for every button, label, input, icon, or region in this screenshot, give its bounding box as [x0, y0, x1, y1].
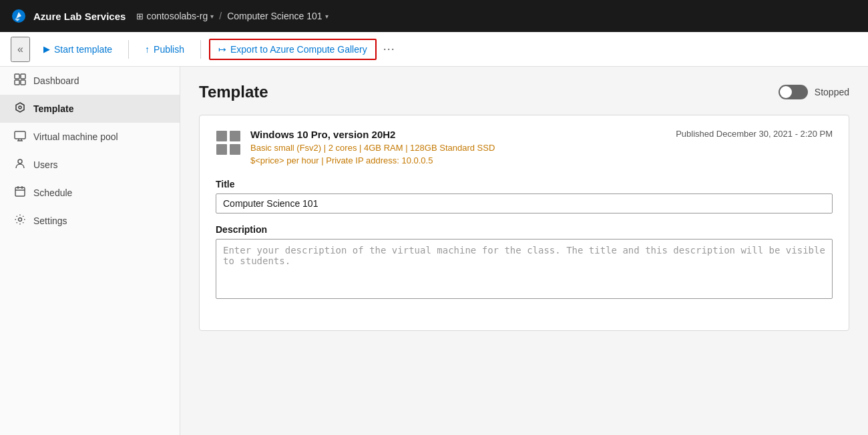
export-button-wrapper: ↦ Export to Azure Compute Gallery: [209, 39, 377, 60]
more-button[interactable]: ···: [377, 38, 402, 60]
vm-pool-icon: [13, 129, 27, 144]
page-header: Template Stopped: [199, 83, 849, 101]
main-layout: Dashboard Template Virtual machine poo: [0, 67, 868, 435]
sidebar-item-schedule[interactable]: Schedule: [0, 179, 180, 207]
description-textarea[interactable]: [216, 239, 833, 299]
svg-rect-2: [21, 74, 25, 79]
toggle-knob: [780, 86, 792, 98]
svg-rect-3: [15, 80, 19, 85]
breadcrumb-rg[interactable]: ⊞ contosolabs-rg ▾: [136, 11, 214, 21]
vm-details: Windows 10 Pro, version 20H2 Basic small…: [250, 129, 495, 165]
azure-logo-icon: [11, 8, 27, 24]
schedule-icon: [13, 185, 27, 200]
sidebar-item-users[interactable]: Users: [0, 151, 180, 179]
dashboard-icon: [13, 73, 27, 88]
template-label: Template: [33, 103, 73, 114]
vm-info-left: Windows 10 Pro, version 20H2 Basic small…: [216, 129, 495, 165]
sidebar-item-vm-pool[interactable]: Virtual machine pool: [0, 123, 180, 151]
app-title: Azure Lab Services: [33, 11, 126, 22]
windows-logo-icon: [216, 130, 241, 155]
page-title: Template: [199, 83, 268, 101]
description-label: Description: [216, 224, 833, 235]
export-button[interactable]: ↦ Export to Azure Compute Gallery: [210, 40, 375, 59]
collapse-button[interactable]: «: [11, 37, 30, 62]
divider-1: [128, 40, 129, 59]
logo-area: Azure Lab Services: [11, 8, 126, 24]
svg-rect-16: [216, 131, 227, 141]
svg-point-5: [19, 106, 21, 109]
svg-rect-19: [230, 144, 240, 155]
lab-chevron: ▾: [325, 13, 329, 20]
breadcrumb-lab[interactable]: Computer Science 101 ▾: [227, 11, 328, 21]
rg-chevron: ▾: [210, 13, 214, 20]
users-label: Users: [33, 159, 58, 170]
publish-button[interactable]: ↑ Publish: [137, 40, 192, 59]
title-label: Title: [216, 179, 833, 189]
start-template-button[interactable]: ▶ Start template: [35, 40, 120, 59]
vm-info-row: Windows 10 Pro, version 20H2 Basic small…: [216, 129, 833, 165]
svg-point-10: [18, 159, 22, 163]
svg-rect-4: [21, 80, 25, 85]
svg-rect-17: [230, 131, 240, 141]
svg-point-15: [19, 218, 22, 222]
vm-price: $<price> per hour | Private IP address: …: [250, 155, 495, 165]
breadcrumb-separator: /: [219, 11, 222, 21]
settings-icon: [13, 213, 27, 228]
svg-rect-1: [15, 74, 19, 79]
schedule-label: Schedule: [33, 187, 72, 198]
divider-2: [200, 40, 201, 59]
publish-icon: ↑: [145, 44, 150, 55]
main-content: Template Stopped: [180, 67, 868, 435]
sidebar-item-settings[interactable]: Settings: [0, 207, 180, 235]
vm-card: Windows 10 Pro, version 20H2 Basic small…: [199, 115, 849, 331]
template-icon: [13, 101, 27, 116]
export-icon: ↦: [218, 44, 226, 55]
svg-rect-6: [15, 131, 25, 139]
vm-pool-label: Virtual machine pool: [33, 131, 118, 142]
vm-spec: Basic small (Fsv2) | 2 cores | 4GB RAM |…: [250, 143, 495, 153]
settings-label: Settings: [33, 215, 67, 226]
status-label: Stopped: [815, 87, 849, 97]
dashboard-label: Dashboard: [33, 75, 79, 86]
action-bar: « ▶ Start template ↑ Publish ↦ Export to…: [0, 32, 868, 67]
sidebar-item-template[interactable]: Template: [0, 95, 180, 123]
sidebar-item-dashboard[interactable]: Dashboard: [0, 67, 180, 95]
title-input[interactable]: [216, 193, 833, 213]
sidebar: Dashboard Template Virtual machine poo: [0, 67, 180, 435]
users-icon: [13, 157, 27, 172]
rg-icon: ⊞: [136, 11, 144, 21]
svg-rect-11: [15, 187, 25, 196]
status-area: Stopped: [779, 85, 849, 99]
vm-name: Windows 10 Pro, version 20H2: [250, 129, 495, 140]
play-icon: ▶: [43, 44, 50, 54]
svg-rect-18: [216, 144, 227, 155]
description-field-group: Description: [216, 224, 833, 301]
breadcrumb: ⊞ contosolabs-rg ▾ / Computer Science 10…: [136, 11, 328, 21]
status-toggle[interactable]: [779, 85, 808, 99]
title-field-group: Title: [216, 179, 833, 213]
vm-published: Published December 30, 2021 - 2:20 PM: [676, 129, 833, 139]
top-bar: Azure Lab Services ⊞ contosolabs-rg ▾ / …: [0, 0, 868, 32]
